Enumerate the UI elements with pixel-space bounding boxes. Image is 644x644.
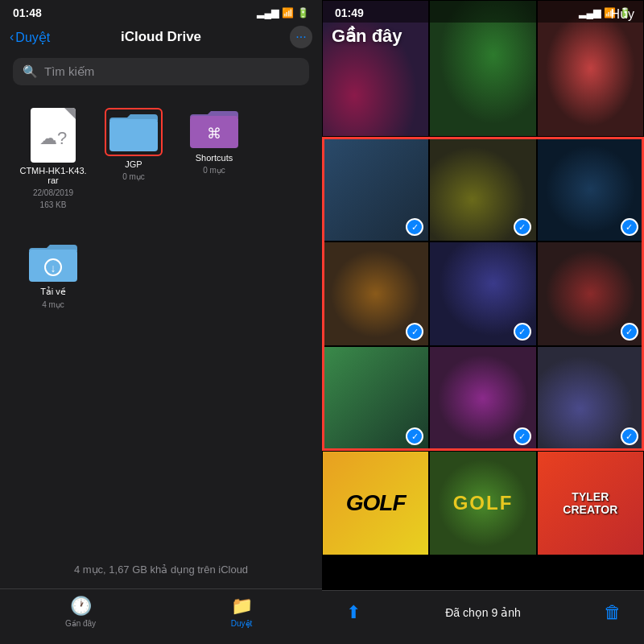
file-name-taive: Tải về [40, 287, 66, 297]
more-icon: ··· [295, 30, 306, 44]
file-item-taive[interactable]: ↓ Tải về 4 mục [13, 235, 93, 316]
photo-15: TYLERCREATOR [538, 452, 643, 555]
svg-rect-0 [109, 119, 158, 151]
svg-text:↓: ↓ [51, 262, 56, 275]
shortcuts-icon-wrapper: ⌘ [188, 108, 240, 150]
chevron-left-icon: ‹ [10, 30, 14, 44]
right-panel-content: 01:49 ▂▄▆ 📶 🔋 Hủy Gần đây [322, 0, 644, 644]
tab-browse-label: Duyệt [231, 619, 253, 628]
photo-cell-14[interactable]: GOLF [429, 451, 536, 555]
share-icon: ⬆ [346, 602, 361, 623]
photo-cell-9[interactable]: ✓ [537, 242, 644, 346]
file-name-jgp: JGP [125, 159, 142, 169]
check-badge-5: ✓ [514, 218, 531, 236]
nav-bar: ‹ Duyệt iCloud Drive ··· [0, 23, 322, 55]
check-badge-12: ✓ [621, 427, 638, 445]
right-panel: 01:49 ▂▄▆ 📶 🔋 Hủy Gần đây [322, 0, 644, 644]
tab-recent-label: Gần đây [65, 619, 96, 628]
photo-13: GOLF [323, 452, 428, 555]
taive-icon-wrapper: ↓ [27, 242, 79, 283]
files-grid: ☁? CTMH-HK1-K43.rar 22/08/2019 163 KB JG… [0, 95, 322, 322]
delete-button[interactable]: 🗑 [601, 601, 625, 625]
selection-group: ✓ ✓ ✓ [322, 137, 644, 451]
share-button[interactable]: ⬆ [341, 601, 365, 625]
file-date-rar: 22/08/2019 [33, 188, 73, 197]
selected-count-label: Đã chọn 9 ảnh [445, 606, 521, 619]
photos-scroll[interactable]: ✓ ✓ ✓ [322, 0, 644, 590]
folder-icon-shortcuts: ⌘ [188, 108, 240, 150]
tab-bar: 🕐 Gần đây 📁 Duyệt [0, 588, 322, 644]
left-panel: 01:48 ▂▄▆ 📶 🔋 ‹ Duyệt iCloud Drive ··· 🔍… [0, 0, 322, 644]
battery-icon: 🔋 [297, 7, 309, 19]
status-bar-right: 01:49 ▂▄▆ 📶 🔋 [322, 0, 644, 23]
check-badge-11: ✓ [514, 427, 531, 445]
file-meta-taive: 4 mục [42, 300, 64, 309]
storage-info: 4 mục, 1,67 GB khả dụng trên iCloud [0, 551, 322, 588]
photos-row-1: ✓ ✓ ✓ [322, 137, 644, 242]
tab-recent[interactable]: 🕐 Gần đây [0, 589, 161, 644]
time-left: 01:48 [13, 6, 42, 19]
photo-cell-15[interactable]: TYLERCREATOR [537, 451, 644, 555]
photos-row-2: ✓ ✓ ✓ [322, 242, 644, 346]
photo-cell-8[interactable]: ✓ [429, 242, 536, 346]
svg-text:⌘: ⌘ [207, 126, 221, 142]
recently-label: Gần đây [332, 26, 402, 47]
photos-row-4: GOLF GOLF TYLERCREATOR [322, 451, 644, 555]
bottom-bar-right: ⬆ Đã chọn 9 ảnh 🗑 [322, 590, 644, 644]
photos-row-3: ✓ ✓ ✓ [322, 346, 644, 451]
back-button[interactable]: ‹ Duyệt [10, 30, 50, 45]
file-item-rar[interactable]: ☁? CTMH-HK1-K43.rar 22/08/2019 163 KB [13, 101, 93, 216]
file-item-jgp[interactable]: JGP 0 mục [93, 101, 174, 216]
photo-cell-5[interactable]: ✓ [429, 137, 536, 242]
tab-browse[interactable]: 📁 Duyệt [161, 589, 322, 644]
back-label: Duyệt [15, 30, 50, 45]
check-badge-8: ✓ [514, 323, 531, 341]
check-badge-6: ✓ [621, 218, 638, 236]
photo-cell-6[interactable]: ✓ [537, 137, 644, 242]
status-icons-left: ▂▄▆ 📶 🔋 [257, 7, 309, 19]
signal-icon-right: ▂▄▆ [579, 7, 601, 19]
photo-cell-13[interactable]: GOLF [322, 451, 429, 555]
page-title: iCloud Drive [121, 29, 201, 45]
photo-cell-7[interactable]: ✓ [322, 242, 429, 346]
jgp-icon-wrapper [105, 108, 163, 156]
cancel-button[interactable]: Hủy [610, 6, 634, 22]
photo-14: GOLF [430, 452, 535, 555]
rar-file-icon: ☁? [31, 108, 76, 163]
trash-icon: 🗑 [604, 602, 621, 623]
rar-icon-wrapper: ☁? [31, 108, 76, 163]
signal-icon: ▂▄▆ [257, 7, 279, 19]
status-bar-left: 01:48 ▂▄▆ 📶 🔋 [0, 0, 322, 23]
file-meta-jgp: 0 mục [122, 172, 145, 181]
time-right: 01:49 [335, 6, 364, 19]
recent-icon: 🕐 [70, 596, 92, 617]
photo-cell-10[interactable]: ✓ [322, 346, 429, 451]
cloud-question-icon: ☁? [39, 128, 67, 149]
wifi-icon: 📶 [282, 7, 294, 19]
search-bar[interactable]: 🔍 Tìm kiếm [13, 58, 309, 85]
file-name-shortcuts: Shortcuts [196, 153, 233, 163]
file-size-rar: 163 KB [40, 200, 67, 209]
more-button[interactable]: ··· [290, 26, 312, 48]
file-name-rar: CTMH-HK1-K43.rar [19, 166, 87, 185]
browse-icon: 📁 [231, 596, 253, 617]
folder-icon-taive: ↓ [27, 242, 79, 283]
photos-grid: ✓ ✓ ✓ [322, 0, 644, 555]
search-icon: 🔍 [23, 64, 38, 79]
photo-cell-11[interactable]: ✓ [429, 346, 536, 451]
file-item-shortcuts[interactable]: ⌘ Shortcuts 0 mục [174, 101, 254, 216]
file-meta-shortcuts: 0 mục [203, 166, 225, 175]
photo-cell-12[interactable]: ✓ [537, 346, 644, 451]
check-badge-9: ✓ [621, 323, 638, 341]
search-placeholder: Tìm kiếm [44, 64, 94, 79]
folder-icon-jgp [108, 111, 159, 153]
photo-cell-4[interactable]: ✓ [322, 137, 429, 242]
